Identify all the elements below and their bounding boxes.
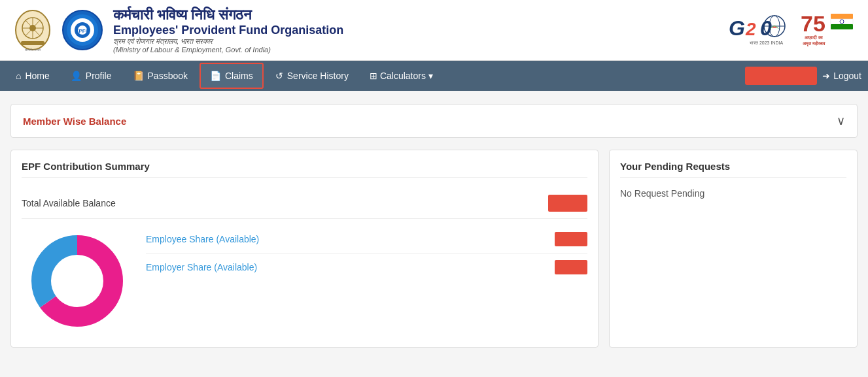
nav-home[interactable]: ⌂ Home (7, 64, 59, 88)
azadi-logo-icon: 75 आज़ादी का अमृत महोत्सव (799, 10, 855, 50)
total-balance-value (548, 195, 587, 212)
nav-items: ⌂ Home 👤 Profile 📔 Passbook 📄 Claims ↺ S… (7, 63, 442, 89)
two-column-layout: EPF Contribution Summary Total Available… (10, 150, 858, 348)
svg-text:75: 75 (801, 11, 825, 36)
employee-share-label: Employee Share (Available) (146, 234, 259, 244)
svg-text:G: G (729, 16, 745, 40)
header-left: सत्यमेव जयते EPFO कर्मचारी भविष्य निधि स… (13, 7, 343, 54)
nav-passbook-label: Passbook (148, 71, 188, 81)
nav-calculators-label: Calculators (380, 71, 426, 81)
donut-chart (22, 225, 133, 336)
nav-service-history[interactable]: ↺ Service History (266, 64, 358, 88)
svg-text:EPFO: EPFO (75, 28, 90, 34)
member-balance-bar[interactable]: Member Wise Balance ∨ (10, 104, 858, 138)
employee-share-value (555, 232, 587, 246)
user-name-bar (745, 67, 817, 85)
nav-claims[interactable]: 📄 Claims (200, 63, 264, 89)
g20-logo-icon: G 2 0 भारत 2023 INDIA (727, 10, 786, 50)
svg-text:अमृत महोत्सव: अमृत महोत्सव (803, 41, 825, 46)
svg-rect-7 (21, 41, 44, 45)
chevron-down-icon: ∨ (837, 114, 845, 128)
employer-share-row: Employer Share (Available) (146, 254, 587, 281)
hindi-title: कर्मचारी भविष्य निधि संगठन (113, 7, 343, 24)
member-balance-title: Member Wise Balance (23, 116, 126, 127)
english-title: Employees' Provident Fund Organisation (113, 24, 343, 37)
chart-area: Employee Share (Available) Employer Shar… (22, 225, 587, 336)
user-icon: 👤 (71, 71, 82, 81)
calc-icon: ⊞ (370, 71, 377, 81)
logout-button[interactable]: ➜ Logout (822, 71, 861, 81)
nav-claims-label: Claims (225, 71, 253, 81)
pending-requests-title: Your Pending Requests (620, 161, 846, 178)
svg-rect-23 (831, 14, 853, 19)
ashoka-emblem-icon: सत्यमेव जयते (13, 7, 52, 53)
nav-right: ➜ Logout (745, 67, 861, 85)
svg-text:सत्यमेव जयते: सत्यमेव जयते (24, 48, 41, 52)
epf-summary-panel: EPF Contribution Summary Total Available… (10, 150, 599, 348)
nav-calculators[interactable]: ⊞ Calculators ▾ (360, 64, 442, 88)
svg-text:आज़ादी का: आज़ादी का (805, 35, 823, 40)
nav-service-history-label: Service History (287, 71, 349, 81)
total-balance-row: Total Available Balance (22, 188, 587, 219)
epf-details: Employee Share (Available) Employer Shar… (146, 225, 587, 281)
subtitle: श्रम एवं रोजगार मंत्रालय, भारत सरकार (113, 37, 343, 46)
svg-text:भारत 2023 INDIA: भारत 2023 INDIA (750, 41, 783, 45)
book-icon: 📔 (133, 71, 144, 81)
employer-share-value (555, 260, 587, 274)
svg-text:2: 2 (745, 19, 756, 39)
nav-profile-label: Profile (86, 71, 112, 81)
pending-requests-panel: Your Pending Requests No Request Pending (609, 150, 858, 348)
employer-share-label: Employer Share (Available) (146, 262, 257, 272)
total-balance-label: Total Available Balance (22, 198, 116, 208)
ministry: (Ministry of Labour & Employment, Govt. … (113, 46, 343, 54)
no-pending-message: No Request Pending (620, 188, 846, 199)
employee-share-row: Employee Share (Available) (146, 225, 587, 254)
svg-rect-25 (831, 24, 853, 29)
header-right: G 2 0 भारत 2023 INDIA 75 आज़ादी का अमृत … (727, 10, 855, 50)
main-content: Member Wise Balance ∨ EPF Contribution S… (0, 91, 868, 361)
dropdown-arrow-icon: ▾ (428, 71, 433, 81)
logout-icon: ➜ (822, 71, 830, 81)
nav-home-label: Home (25, 71, 49, 81)
file-icon: 📄 (210, 71, 221, 81)
header-text: कर्मचारी भविष्य निधि संगठन Employees' Pr… (113, 7, 343, 54)
main-navbar: ⌂ Home 👤 Profile 📔 Passbook 📄 Claims ↺ S… (0, 61, 868, 91)
nav-profile[interactable]: 👤 Profile (61, 64, 121, 88)
nav-passbook[interactable]: 📔 Passbook (124, 64, 197, 88)
history-icon: ↺ (275, 71, 283, 81)
svg-point-31 (52, 256, 102, 306)
home-icon: ⌂ (16, 71, 21, 81)
logout-label: Logout (833, 71, 861, 81)
epfo-logo-icon: EPFO (61, 7, 104, 53)
page-header: सत्यमेव जयते EPFO कर्मचारी भविष्य निधि स… (0, 0, 868, 61)
epf-summary-title: EPF Contribution Summary (22, 161, 587, 178)
